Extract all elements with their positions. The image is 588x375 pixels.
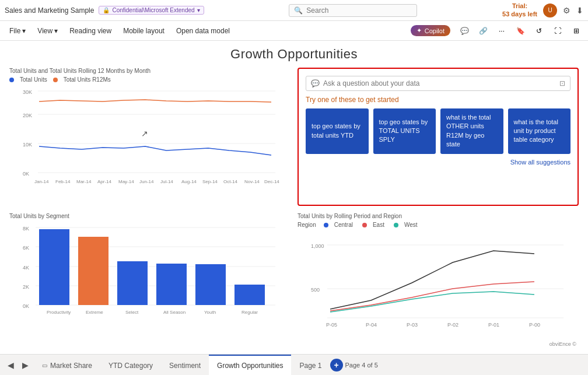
svg-text:4K: 4K — [23, 265, 29, 271]
svg-text:0K: 0K — [23, 171, 29, 177]
svg-text:May-14: May-14 — [118, 179, 134, 184]
grid-icon[interactable]: ⊞ — [569, 24, 583, 38]
tab-growth-opportunities[interactable]: Growth Opportunities — [209, 355, 291, 376]
svg-text:0K: 0K — [23, 303, 29, 309]
svg-text:P-00: P-00 — [529, 322, 540, 328]
search-bar[interactable]: 🔍 — [289, 4, 417, 17]
svg-text:P-04: P-04 — [366, 322, 377, 328]
copilot-icon: ✦ — [416, 27, 422, 34]
top-bar: Sales and Marketing Sample 🔒 Confidentia… — [0, 0, 588, 21]
svg-text:↗: ↗ — [141, 129, 148, 138]
share-icon[interactable]: 🔗 — [476, 24, 490, 38]
bookmark-icon[interactable]: 🔖 — [513, 24, 527, 38]
svg-text:1,000: 1,000 — [311, 243, 324, 249]
tab-market-share[interactable]: ▭ Market Share — [34, 355, 100, 376]
svg-text:500: 500 — [311, 287, 320, 293]
chat-icon: 💬 — [311, 79, 320, 87]
svg-rect-33 — [117, 261, 148, 305]
legend-label-total-units: Total Units — [20, 76, 47, 83]
menu-mobile-layout[interactable]: Mobile layout — [118, 24, 169, 37]
tab-sentiment[interactable]: Sentiment — [161, 355, 209, 376]
svg-text:Feb-14: Feb-14 — [55, 179, 71, 184]
svg-text:Select: Select — [125, 310, 139, 315]
tab-market-share-icon: ▭ — [42, 362, 47, 369]
main-content: Growth Opportunities Total Units and Tot… — [0, 41, 588, 354]
confidential-badge: 🔒 Confidential\Microsoft Extended ▾ — [99, 6, 204, 15]
svg-text:P-05: P-05 — [326, 322, 337, 328]
copilot-label: Copilot — [425, 27, 444, 34]
download-icon[interactable]: ⬇ — [576, 6, 583, 15]
menu-open-data-model-label: Open data model — [176, 27, 230, 35]
tab-bar: ◀ ▶ ▭ Market Share YTD Category Sentimen… — [0, 354, 588, 375]
qa-suggestion-4[interactable]: what is the total unit by product table … — [508, 108, 571, 154]
fullscreen-icon[interactable]: ⛶ — [551, 24, 565, 38]
search-input[interactable] — [306, 6, 411, 15]
legend-label-east: East — [373, 222, 384, 228]
top-left-chart: Total Units and Total Units Rolling 12 M… — [9, 68, 290, 206]
svg-text:Jul-14: Jul-14 — [160, 179, 173, 184]
svg-text:Jun-14: Jun-14 — [139, 179, 154, 184]
tab-nav-next[interactable]: ▶ — [19, 359, 32, 371]
svg-text:P-01: P-01 — [488, 322, 499, 328]
svg-text:20K: 20K — [23, 113, 32, 118]
svg-text:Aug-14: Aug-14 — [181, 179, 197, 184]
qa-input[interactable] — [323, 79, 556, 87]
qa-suggestion-2[interactable]: top geo states by TOTAL UNITS SPLY — [373, 108, 436, 154]
trial-badge: Trial: 53 days left — [502, 2, 537, 17]
menu-icons: 💬 🔗 ··· 🔖 ↺ ⛶ ⊞ — [457, 24, 583, 38]
copilot-button[interactable]: ✦ Copilot — [411, 25, 450, 36]
tab-growth-opportunities-label: Growth Opportunities — [217, 362, 283, 370]
svg-rect-35 — [195, 264, 226, 305]
obviece-label: obviEnce © — [550, 341, 576, 347]
tab-ytd-category-label: YTD Category — [108, 362, 153, 370]
menu-file[interactable]: File ▾ — [5, 24, 30, 37]
comment-icon[interactable]: 💬 — [457, 24, 471, 38]
chevron-down-icon: ▾ — [54, 27, 58, 35]
show-all-suggestions[interactable]: Show all suggestions — [306, 159, 570, 166]
qa-input-row[interactable]: 💬 ⊡ — [306, 76, 570, 91]
lock-icon: 🔒 — [103, 7, 110, 13]
svg-rect-32 — [78, 237, 108, 305]
tab-market-share-label: Market Share — [50, 362, 92, 370]
menu-view[interactable]: View ▾ — [33, 24, 62, 37]
qa-suggestion-1[interactable]: top geo states by total units YTD — [306, 108, 369, 154]
tab-nav-prev[interactable]: ◀ — [5, 359, 17, 371]
app-title: Sales and Marketing Sample — [5, 6, 94, 15]
menu-file-label: File — [9, 27, 20, 35]
svg-text:Nov-14: Nov-14 — [244, 179, 260, 184]
menu-open-data-model[interactable]: Open data model — [172, 24, 235, 37]
qa-suggestion-3[interactable]: what is the total OTHER units R12M by ge… — [440, 108, 503, 154]
top-left-legend: Total Units Total Units R12Ms — [9, 76, 290, 83]
menu-bar: File ▾ View ▾ Reading view Mobile layout… — [0, 21, 588, 41]
svg-text:Productivity: Productivity — [47, 310, 71, 315]
svg-text:P-02: P-02 — [447, 322, 459, 328]
settings-icon[interactable]: ⚙ — [563, 6, 570, 15]
add-tab-button[interactable]: + — [330, 359, 343, 372]
svg-text:Dec-14: Dec-14 — [264, 179, 279, 184]
bottom-right-legend: Region Central East West — [298, 222, 579, 228]
svg-text:6K: 6K — [23, 245, 29, 251]
bottom-left-chart-svg: 8K 6K 4K 2K 0K — [9, 222, 290, 327]
menu-reading-view[interactable]: Reading view — [65, 24, 116, 37]
svg-text:All Season: All Season — [163, 310, 186, 315]
svg-rect-36 — [235, 285, 265, 305]
chevron-down-icon: ▾ — [22, 27, 26, 35]
user-avatar[interactable]: U — [543, 3, 557, 17]
qa-suggestions: top geo states by total units YTD top ge… — [306, 108, 570, 154]
top-left-chart-svg: 30K 20K 10K 0K Jan-14 Feb-14 Mar-14 Apr-… — [9, 85, 290, 190]
qa-input-icon[interactable]: ⊡ — [559, 79, 565, 87]
bottom-left-chart: Total Units by Segment 8K 6K 4K 2K 0K — [9, 213, 290, 348]
tab-ytd-category[interactable]: YTD Category — [100, 355, 161, 376]
page-indicator: Page 4 of 5 — [345, 362, 378, 369]
svg-text:Youth: Youth — [204, 310, 216, 315]
qa-panel: 💬 ⊡ Try one of these to get started top … — [298, 68, 579, 206]
tab-sentiment-label: Sentiment — [169, 362, 201, 370]
more-icon[interactable]: ··· — [495, 24, 509, 38]
qa-prompt: Try one of these to get started — [306, 96, 570, 104]
svg-text:P-03: P-03 — [407, 322, 418, 328]
svg-text:10K: 10K — [23, 142, 32, 148]
tab-page-1[interactable]: Page 1 — [291, 355, 330, 376]
legend-label-r12ms: Total Units R12Ms — [64, 76, 111, 83]
svg-text:Jan-14: Jan-14 — [34, 179, 49, 184]
refresh-icon[interactable]: ↺ — [532, 24, 546, 38]
